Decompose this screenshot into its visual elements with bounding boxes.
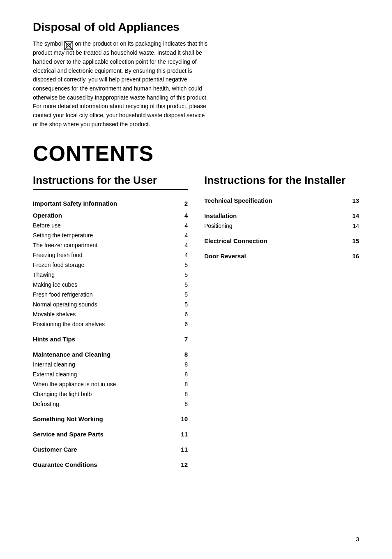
toc-page-before-use: 4 xyxy=(180,222,188,229)
toc-page-electrical: 15 xyxy=(351,237,359,244)
toc-page-safety: 2 xyxy=(180,200,188,207)
toc-label-tech-spec: Technical Specification xyxy=(204,197,351,204)
toc-item-installation: Installation 14 xyxy=(204,209,359,221)
toc-label-electrical: Electrical Connection xyxy=(204,237,351,244)
toc-item-frozen-storage: Frozen food storage 5 xyxy=(33,260,188,270)
toc-item-freezer: The freezer compartment 4 xyxy=(33,240,188,250)
toc-label-guarantee: Guarantee Conditions xyxy=(33,461,180,468)
toc-page-normal-sounds: 5 xyxy=(180,301,188,308)
toc-label-door-reversal: Door Reversal xyxy=(204,253,351,260)
toc-label-thawing: Thawing xyxy=(33,271,180,278)
toc-page-external-cleaning: 8 xyxy=(180,371,188,378)
toc-label-internal-cleaning: Internal cleaning xyxy=(33,361,180,368)
toc-page-service: 11 xyxy=(180,431,188,438)
toc-item-positioning: Positioning 14 xyxy=(204,221,359,231)
toc-item-maintenance: Maintenance and Cleaning 8 xyxy=(33,348,188,360)
toc-label-frozen-storage: Frozen food storage xyxy=(33,262,180,268)
toc-page-installation: 14 xyxy=(351,212,359,219)
toc-item-guarantee: Guarantee Conditions 12 xyxy=(33,458,188,470)
toc-page-defrosting: 8 xyxy=(180,401,188,407)
svg-rect-3 xyxy=(67,44,71,48)
toc-page-customer-care: 11 xyxy=(180,446,188,453)
toc-item-light-bulb: Changing the light bulb 8 xyxy=(33,389,188,399)
toc-page-frozen-storage: 5 xyxy=(180,262,188,268)
toc-item-temp: Setting the temperature 4 xyxy=(33,230,188,240)
toc-item-before-use: Before use 4 xyxy=(33,220,188,230)
toc-label-safety: Important Safety Information xyxy=(33,200,180,207)
weee-symbol xyxy=(64,41,73,50)
toc-item-door-shelves: Positioning the door shelves 6 xyxy=(33,319,188,329)
toc-item-tech-spec: Technical Specification 13 xyxy=(204,194,359,206)
toc-page-thawing: 5 xyxy=(180,271,188,278)
toc-page-not-working: 10 xyxy=(180,415,188,422)
toc-item-defrosting: Defrosting 8 xyxy=(33,399,188,409)
contents-title: CONTENTS xyxy=(33,141,359,166)
toc-page-temp: 4 xyxy=(180,232,188,239)
toc-label-temp: Setting the temperature xyxy=(33,232,180,239)
toc-label-not-working: Something Not Working xyxy=(33,415,180,422)
toc-label-light-bulb: Changing the light bulb xyxy=(33,391,180,397)
toc-page-ice-cubes: 5 xyxy=(180,281,188,288)
toc-page-operation: 4 xyxy=(180,212,188,219)
toc-label-before-use: Before use xyxy=(33,222,180,229)
toc-item-customer-care: Customer Care 11 xyxy=(33,443,188,455)
installer-instructions-heading: Instructions for the Installer xyxy=(204,174,359,187)
toc-item-not-in-use: When the appliance is not in use 8 xyxy=(33,379,188,389)
disposal-text: The symbol on the product or on its pack… xyxy=(33,39,210,129)
toc-item-door-reversal: Door Reversal 16 xyxy=(204,249,359,261)
toc-page-hints: 7 xyxy=(180,336,188,343)
installer-toc-list: Technical Specification 13 Installation … xyxy=(204,194,359,261)
page-number: 3 xyxy=(356,536,359,543)
toc-label-external-cleaning: External cleaning xyxy=(33,371,180,378)
toc-page-maintenance: 8 xyxy=(180,351,188,358)
toc-item-normal-sounds: Normal operating sounds 5 xyxy=(33,299,188,309)
toc-label-door-shelves: Positioning the door shelves xyxy=(33,321,180,327)
toc-page-not-in-use: 8 xyxy=(180,381,188,387)
toc-item-internal-cleaning: Internal cleaning 8 xyxy=(33,360,188,369)
toc-page-positioning: 14 xyxy=(351,223,359,229)
toc-item-operation: Operation 4 xyxy=(33,209,188,220)
toc-page-tech-spec: 13 xyxy=(351,197,359,204)
toc-page-freezer: 4 xyxy=(180,242,188,248)
toc-label-freezer: The freezer compartment xyxy=(33,242,180,248)
toc-page-guarantee: 12 xyxy=(180,461,188,468)
toc-item-electrical: Electrical Connection 15 xyxy=(204,234,359,246)
toc-label-service: Service and Spare Parts xyxy=(33,431,180,438)
toc-item-not-working: Something Not Working 10 xyxy=(33,412,188,424)
toc-item-external-cleaning: External cleaning 8 xyxy=(33,369,188,379)
toc-item-freezing-fresh: Freezing fresh food 4 xyxy=(33,250,188,260)
toc-label-fresh-refrig: Fresh food refrigeration xyxy=(33,291,180,298)
disposal-title: Disposal of old Appliances xyxy=(33,21,359,34)
toc-label-hints: Hints and Tips xyxy=(33,336,180,343)
contents-heading: CONTENTS xyxy=(33,141,359,166)
toc-item-fresh-refrig: Fresh food refrigeration 5 xyxy=(33,290,188,299)
toc-item-thawing: Thawing 5 xyxy=(33,270,188,280)
toc-label-not-in-use: When the appliance is not in use xyxy=(33,381,180,387)
user-toc-list: Important Safety Information 2 Operation… xyxy=(33,197,188,470)
toc-page-door-reversal: 16 xyxy=(351,253,359,260)
toc-page-internal-cleaning: 8 xyxy=(180,361,188,368)
toc-two-col: Instructions for the User Important Safe… xyxy=(33,174,359,470)
toc-label-defrosting: Defrosting xyxy=(33,401,180,407)
toc-label-customer-care: Customer Care xyxy=(33,446,180,453)
installer-instructions-col: Instructions for the Installer Technical… xyxy=(204,174,359,470)
toc-page-freezing-fresh: 4 xyxy=(180,252,188,258)
toc-label-freezing-fresh: Freezing fresh food xyxy=(33,252,180,258)
toc-label-maintenance: Maintenance and Cleaning xyxy=(33,351,180,358)
toc-label-operation: Operation xyxy=(33,212,180,219)
toc-page-light-bulb: 8 xyxy=(180,391,188,397)
toc-item-safety: Important Safety Information 2 xyxy=(33,197,188,209)
disposal-section: Disposal of old Appliances The symbol on… xyxy=(33,21,359,129)
toc-label-movable-shelves: Movable shelves xyxy=(33,311,180,318)
toc-label-positioning: Positioning xyxy=(204,223,351,229)
toc-item-hints: Hints and Tips 7 xyxy=(33,332,188,344)
toc-page-movable-shelves: 6 xyxy=(180,311,188,318)
toc-label-ice-cubes: Making ice cubes xyxy=(33,281,180,288)
toc-page-door-shelves: 6 xyxy=(180,321,188,327)
toc-item-movable-shelves: Movable shelves 6 xyxy=(33,309,188,319)
toc-item-ice-cubes: Making ice cubes 5 xyxy=(33,280,188,290)
toc-item-service: Service and Spare Parts 11 xyxy=(33,427,188,439)
user-instructions-heading: Instructions for the User xyxy=(33,174,188,190)
toc-label-normal-sounds: Normal operating sounds xyxy=(33,301,180,308)
toc-page-fresh-refrig: 5 xyxy=(180,291,188,298)
